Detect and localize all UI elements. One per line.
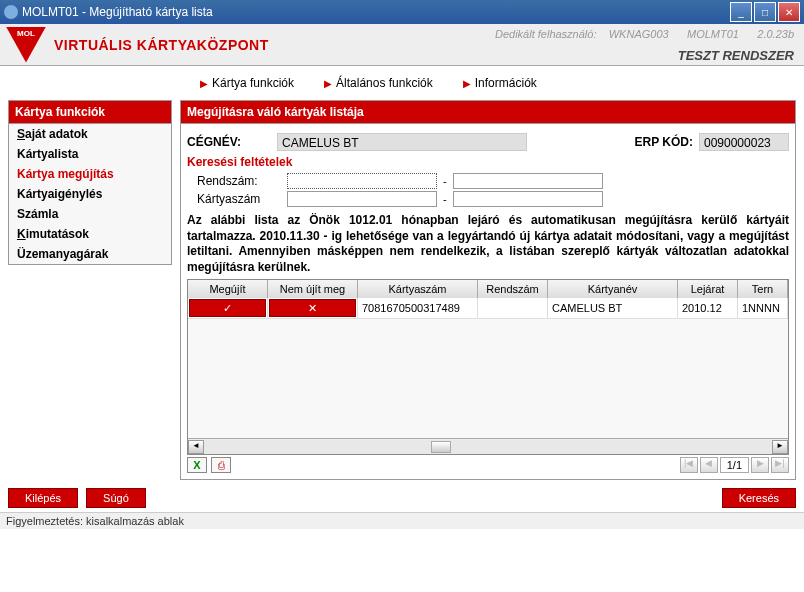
col-nem-ujit[interactable]: Nem újít meg (268, 280, 358, 298)
main-panel: Megújításra váló kártyák listája CÉGNÉV:… (180, 100, 796, 480)
minimize-button[interactable]: _ (730, 2, 752, 22)
dash: - (437, 193, 453, 205)
scroll-left-button[interactable]: ◄ (188, 440, 204, 454)
print-icon[interactable]: ⎙ (211, 457, 231, 473)
arrow-icon: ▶ (463, 78, 471, 89)
dash: - (437, 175, 453, 187)
erp-code-value: 0090000023 (699, 133, 789, 151)
maximize-button[interactable]: □ (754, 2, 776, 22)
sidebar-item-kartyalista[interactable]: Kártyalista (9, 144, 171, 164)
mol-logo (6, 27, 46, 63)
col-rendszam[interactable]: Rendszám (478, 280, 548, 298)
company-name-value: CAMELUS BT (277, 133, 527, 151)
renew-button[interactable]: ✓ (189, 299, 266, 317)
header-meta: Dedikált felhasználó: WKNAG003 MOLMT01 2… (495, 28, 794, 40)
tab-kartya-funkciok[interactable]: ▶Kártya funkciók (200, 76, 294, 90)
cell-lejarat: 2010.12 (678, 298, 738, 318)
cards-grid: Megújít Nem újít meg Kártyaszám Rendszám… (187, 279, 789, 455)
sidebar-item-szamla[interactable]: Számla (9, 204, 171, 224)
cell-kartyanev: CAMELUS BT (548, 298, 678, 318)
sidebar: Kártya funkciók Saját adatok Kártyalista… (8, 100, 172, 480)
kartyaszam-to-input[interactable] (453, 191, 603, 207)
page-indicator: 1/1 (720, 457, 749, 473)
first-page-button[interactable]: |◀ (680, 457, 698, 473)
user-label: Dedikált felhasználó: (495, 28, 597, 40)
footer-bar: Kilépés Súgó Keresés (0, 480, 804, 512)
next-page-button[interactable]: ▶ (751, 457, 769, 473)
arrow-icon: ▶ (324, 78, 332, 89)
cell-kartyaszam: 7081670500317489 (358, 298, 478, 318)
close-button[interactable]: ✕ (778, 2, 800, 22)
user-value: WKNAG003 (609, 28, 669, 40)
col-kartyanev[interactable]: Kártyanév (548, 280, 678, 298)
sidebar-item-sajat-adatok[interactable]: Saját adatok (9, 124, 171, 144)
arrow-icon: ▶ (200, 78, 208, 89)
exit-button[interactable]: Kilépés (8, 488, 78, 508)
help-button[interactable]: Súgó (86, 488, 146, 508)
header-banner: VIRTUÁLIS KÁRTYAKÖZPONT Dedikált felhasz… (0, 24, 804, 66)
tab-altalanos-funkciok[interactable]: ▶Általános funkciók (324, 76, 433, 90)
sidebar-item-kimutatasok[interactable]: Kimutatások (9, 224, 171, 244)
prev-page-button[interactable]: ◀ (700, 457, 718, 473)
company-name-label: CÉGNÉV: (187, 135, 277, 149)
grid-empty-area (188, 318, 788, 438)
kartyaszam-label: Kártyaszám (187, 192, 287, 206)
system-brand: TESZT RENDSZER (678, 48, 794, 63)
scroll-thumb[interactable] (431, 441, 451, 453)
sidebar-menu: Saját adatok Kártyalista Kártya megújítá… (8, 124, 172, 265)
titlebar: MOLMT01 - Megújítható kártya lista _ □ ✕ (0, 0, 804, 24)
main-tabs: ▶Kártya funkciók ▶Általános funkciók ▶In… (0, 66, 804, 100)
grid-header: Megújít Nem újít meg Kártyaszám Rendszám… (188, 280, 788, 298)
search-criteria-title: Keresési feltételek (187, 155, 789, 169)
col-term[interactable]: Tern (738, 280, 788, 298)
status-bar: Figyelmeztetés: kisalkalmazás ablak (0, 512, 804, 529)
sidebar-item-uzemanyagarak[interactable]: Üzemanyagárak (9, 244, 171, 264)
app-name: VIRTUÁLIS KÁRTYAKÖZPONT (54, 37, 269, 53)
app-icon (4, 5, 18, 19)
table-row: ✓ ✕ 7081670500317489 CAMELUS BT 2010.12 … (188, 298, 788, 318)
sidebar-title: Kártya funkciók (8, 100, 172, 124)
terminal-value: MOLMT01 (687, 28, 739, 40)
tab-informaciok[interactable]: ▶Információk (463, 76, 537, 90)
version-value: 2.0.23b (757, 28, 794, 40)
window-title: MOLMT01 - Megújítható kártya lista (22, 5, 730, 19)
cell-term: 1NNNN (738, 298, 788, 318)
cell-rendszam (478, 298, 548, 318)
sidebar-item-kartyaigenyles[interactable]: Kártyaigénylés (9, 184, 171, 204)
horizontal-scrollbar: ◄ ► (188, 438, 788, 454)
not-renew-button[interactable]: ✕ (269, 299, 356, 317)
sidebar-item-kartya-megujitas[interactable]: Kártya megújítás (9, 164, 171, 184)
info-text: Az alábbi lista az Önök 1012.01 hónapban… (187, 213, 789, 275)
grid-toolbar: X ⎙ |◀ ◀ 1/1 ▶ ▶| (187, 457, 789, 473)
excel-export-icon[interactable]: X (187, 457, 207, 473)
kartyaszam-from-input[interactable] (287, 191, 437, 207)
rendszam-to-input[interactable] (453, 173, 603, 189)
scroll-right-button[interactable]: ► (772, 440, 788, 454)
erp-code-label: ERP KÓD: (635, 135, 693, 149)
col-megujit[interactable]: Megújít (188, 280, 268, 298)
search-button[interactable]: Keresés (722, 488, 796, 508)
page-title: Megújításra váló kártyák listája (180, 100, 796, 124)
last-page-button[interactable]: ▶| (771, 457, 789, 473)
rendszam-label: Rendszám: (187, 174, 287, 188)
col-lejarat[interactable]: Lejárat (678, 280, 738, 298)
col-kartyaszam[interactable]: Kártyaszám (358, 280, 478, 298)
scroll-track[interactable] (204, 440, 772, 454)
rendszam-from-input[interactable] (287, 173, 437, 189)
